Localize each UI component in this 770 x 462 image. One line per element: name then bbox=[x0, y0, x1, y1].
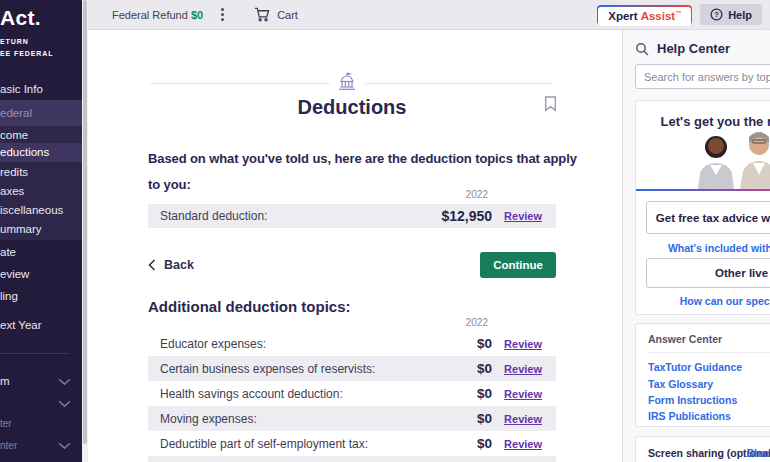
help-center-header: Help Center bbox=[635, 41, 730, 56]
sidebar-nav: Act. ETURN EE FEDERAL asic Info ederal c… bbox=[0, 0, 82, 462]
answer-center-title: Answer Center bbox=[648, 333, 770, 353]
live-help-title: Let's get you the right live help bbox=[636, 114, 770, 129]
review-link[interactable]: Review bbox=[492, 338, 542, 350]
taxact-logo[interactable]: Act. bbox=[0, 6, 41, 30]
refund-value: $0 bbox=[191, 9, 203, 21]
review-link[interactable]: Review bbox=[492, 210, 542, 222]
main-content: Deductions Based on what you've told us,… bbox=[88, 30, 622, 462]
bookmark-icon[interactable] bbox=[544, 96, 557, 112]
search-icon bbox=[635, 42, 649, 56]
back-label: Back bbox=[164, 258, 194, 272]
year-column-header: 2022 bbox=[148, 317, 556, 328]
form-instructions-link[interactable]: Form Instructions bbox=[648, 394, 737, 406]
review-link[interactable]: Review bbox=[492, 438, 542, 450]
return-label: ETURN bbox=[0, 38, 29, 45]
sidebar-item-deductions-active[interactable]: eductions bbox=[0, 143, 82, 162]
sidebar-item-summary[interactable]: ummary bbox=[0, 223, 42, 235]
review-link[interactable]: Review bbox=[492, 363, 542, 375]
other-live-help-button[interactable]: Other live help bbox=[646, 258, 770, 288]
search-input[interactable] bbox=[635, 64, 770, 89]
sidebar-footer-item-4[interactable]: nter bbox=[0, 440, 17, 451]
deduction-value: $0 bbox=[402, 361, 492, 376]
deduction-value: $0 bbox=[402, 411, 492, 426]
plan-label: EE FEDERAL bbox=[0, 50, 53, 57]
sidebar-footer-item-1[interactable]: m bbox=[0, 375, 10, 387]
refund-label: Federal Refund bbox=[112, 9, 188, 21]
sidebar-item-credits[interactable]: redits bbox=[0, 166, 28, 178]
deduction-label: Deductible part of self-employment tax: bbox=[160, 437, 402, 451]
deductions-bank-icon bbox=[337, 72, 357, 91]
sidebar-scrollbar-thumb[interactable] bbox=[83, 0, 87, 444]
sidebar-item-miscellaneous[interactable]: iscellaneous bbox=[0, 204, 63, 216]
top-bar: Federal Refund $0 Cart XpertAssist™ ? He… bbox=[88, 0, 770, 30]
live-help-card: Let's get you the right live help Get fr… bbox=[635, 100, 770, 315]
review-link[interactable]: Review bbox=[492, 413, 542, 425]
help-button[interactable]: ? Help bbox=[700, 4, 762, 25]
irs-publications-link[interactable]: IRS Publications bbox=[648, 410, 731, 422]
deduction-value: $0 bbox=[402, 336, 492, 351]
sidebar-item-federal[interactable]: ederal bbox=[0, 100, 82, 126]
help-label: Help bbox=[728, 9, 752, 21]
xpert-word: Xpert bbox=[608, 10, 637, 22]
brand-gradient-divider bbox=[636, 189, 770, 191]
table-row: Deductible part of self-employment tax: … bbox=[148, 431, 556, 456]
deduction-value: $0 bbox=[402, 436, 492, 451]
deduction-label: Health savings account deduction: bbox=[160, 387, 402, 401]
help-center-panel: Help Center Let's get you the right live… bbox=[622, 30, 770, 462]
assist-word: Assist bbox=[641, 10, 676, 22]
deduction-label: Moving expenses: bbox=[160, 412, 402, 426]
taxtutor-guidance-link[interactable]: TaxTutor Guidance bbox=[648, 361, 742, 373]
chevron-down-icon[interactable] bbox=[58, 400, 71, 408]
cart-icon bbox=[254, 7, 271, 22]
xpert-assist-button[interactable]: XpertAssist™ bbox=[597, 5, 692, 25]
table-row: Moving expenses: $0 Review bbox=[148, 406, 556, 431]
table-row: Educator expenses: $0 Review bbox=[148, 331, 556, 356]
deduction-label: Certain business expenses of reservists: bbox=[160, 362, 402, 376]
back-button[interactable]: Back bbox=[148, 258, 194, 272]
help-center-title: Help Center bbox=[657, 41, 730, 56]
ornament-line-right bbox=[365, 83, 553, 84]
specialists-photo bbox=[654, 131, 770, 189]
sidebar-item-income[interactable]: come bbox=[0, 129, 28, 141]
sidebar-item-review[interactable]: eview bbox=[0, 268, 29, 280]
sidebar-item-filing[interactable]: ling bbox=[0, 290, 18, 302]
table-row: Health savings account deduction: $0 Rev… bbox=[148, 381, 556, 406]
answer-center-card: Answer Center TaxTutor Guidance Tax Glos… bbox=[635, 323, 770, 427]
continue-button[interactable]: Continue bbox=[480, 252, 556, 278]
chevron-down-icon[interactable] bbox=[58, 378, 71, 386]
year-column-header: 2022 bbox=[148, 189, 556, 200]
additional-topics-heading: Additional deduction topics: bbox=[148, 298, 351, 315]
chevron-down-icon[interactable] bbox=[58, 442, 71, 450]
screen-sharing-card: Screen sharing (optional) Share bbox=[635, 436, 770, 462]
deduction-label: Educator expenses: bbox=[160, 337, 402, 351]
deduction-value: $12,950 bbox=[402, 208, 492, 224]
specialists-help-link[interactable]: How can our specialists help? bbox=[646, 295, 770, 307]
sidebar-footer-item-3[interactable]: ter bbox=[0, 418, 12, 429]
chevron-left-icon bbox=[148, 259, 156, 271]
deduction-value: $0 bbox=[402, 386, 492, 401]
sidebar-divider bbox=[0, 353, 70, 354]
table-row-partial bbox=[148, 456, 556, 462]
sidebar-item-next-year[interactable]: ext Year bbox=[0, 319, 42, 331]
xpert-advice-button[interactable]: Get free tax advice with Xpert Assist bbox=[646, 201, 770, 234]
cart-label: Cart bbox=[277, 9, 298, 21]
deduction-label: Standard deduction: bbox=[160, 209, 402, 223]
svg-text:?: ? bbox=[714, 10, 719, 19]
sidebar-item-taxes[interactable]: axes bbox=[0, 185, 24, 197]
share-link[interactable]: Share bbox=[747, 447, 770, 459]
tax-glossary-link[interactable]: Tax Glossary bbox=[648, 378, 713, 390]
cart-button[interactable]: Cart bbox=[254, 7, 298, 22]
ornament-line-left bbox=[150, 83, 330, 84]
sidebar-item-state[interactable]: ate bbox=[0, 246, 16, 258]
table-row-standard-deduction: Standard deduction: $12,950 Review bbox=[148, 204, 556, 228]
kebab-menu-icon[interactable] bbox=[221, 8, 224, 21]
table-row: Certain business expenses of reservists:… bbox=[148, 356, 556, 381]
additional-deductions-table: Educator expenses: $0 Review Certain bus… bbox=[148, 331, 556, 456]
federal-refund-status: Federal Refund $0 bbox=[112, 9, 203, 21]
sidebar-item-basic-info[interactable]: asic Info bbox=[0, 83, 43, 95]
review-link[interactable]: Review bbox=[492, 388, 542, 400]
question-circle-icon: ? bbox=[710, 8, 723, 21]
xpert-included-link[interactable]: What's included with Xpert Assist? bbox=[646, 242, 770, 254]
page-title: Deductions bbox=[148, 96, 556, 119]
trademark-symbol: ™ bbox=[675, 10, 681, 16]
